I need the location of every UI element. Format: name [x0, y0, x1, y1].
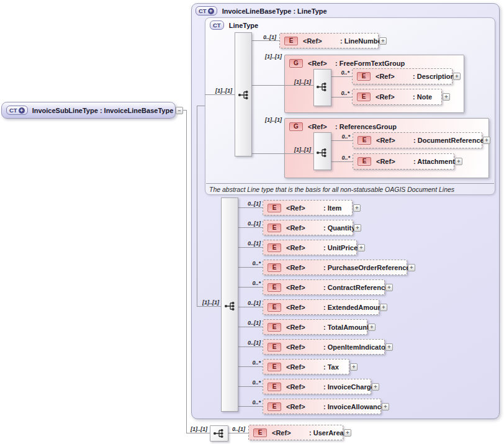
- element-badge: E: [268, 283, 281, 292]
- connector-line: [197, 106, 205, 106]
- expand-toggle[interactable]: +: [344, 429, 351, 437]
- element-name: : DocumentReference: [413, 137, 484, 144]
- connector-line: [331, 97, 352, 97]
- connector-line: [238, 386, 263, 387]
- element-box-documentreference[interactable]: E <Ref> : DocumentReference +: [353, 132, 482, 148]
- element-name: : LineNumber: [340, 37, 384, 45]
- element-name: : Quantity: [323, 224, 355, 232]
- expand-toggle[interactable]: +: [380, 304, 387, 311]
- complex-type-badge: CT+: [196, 6, 217, 16]
- element-box-description[interactable]: E <Ref> : Description +: [352, 68, 452, 84]
- element-box-note[interactable]: E <Ref> : Note +: [352, 89, 442, 105]
- expand-toggle[interactable]: +: [358, 244, 365, 251]
- element-ref: <Ref>: [286, 224, 323, 232]
- connector-line: [331, 161, 353, 162]
- element-badge: E: [268, 204, 281, 212]
- badge-label: CT: [213, 22, 221, 29]
- element-name: : UnitPrice: [323, 244, 358, 251]
- cardinality-label: [1]..[1]: [204, 88, 232, 94]
- element-box-quantity[interactable]: E <Ref> : Quantity +: [263, 220, 353, 235]
- element-box-totalamount[interactable]: E <Ref> : TotalAmount +: [263, 319, 367, 335]
- element-ref: <Ref>: [286, 403, 323, 410]
- connector-line: [331, 140, 353, 141]
- expand-toggle[interactable]: +: [408, 264, 415, 271]
- expand-toggle[interactable]: +: [379, 37, 387, 45]
- element-ref: <Ref>: [286, 284, 323, 291]
- element-name: : OpenItemIndicator: [323, 343, 388, 351]
- expand-toggle[interactable]: +: [350, 363, 358, 371]
- element-badge: E: [358, 157, 371, 166]
- element-box-extendedamount[interactable]: E <Ref> : ExtendedAmount +: [263, 299, 379, 315]
- element-name: : ContractReference: [323, 284, 389, 291]
- expand-toggle[interactable]: +: [382, 403, 389, 410]
- sequence-icon: [315, 147, 329, 159]
- element-box-linenumber[interactable]: E <Ref> : LineNumber +: [279, 33, 379, 48]
- connector-line: [238, 287, 263, 288]
- cardinality-label: [1]..[1]: [283, 147, 311, 153]
- element-box-contractreference[interactable]: E <Ref> : ContractReference +: [263, 279, 385, 295]
- element-ref: <Ref>: [286, 383, 323, 391]
- cardinality-label: [1]..[1]: [283, 79, 311, 85]
- group-badge: G: [289, 122, 303, 131]
- element-box-item[interactable]: E <Ref> : Item +: [263, 200, 353, 215]
- element-box-invoiceallowance[interactable]: E <Ref> : InvoiceAllowance +: [263, 399, 381, 414]
- element-name: : Note: [413, 93, 432, 101]
- element-box-invoicecharge[interactable]: E <Ref> : InvoiceCharge +: [263, 379, 371, 394]
- connector-line: [238, 406, 263, 407]
- expand-toggle[interactable]: +: [372, 383, 379, 391]
- connector-line: [197, 106, 197, 306]
- base-type-title: InvoiceLineBaseType : LineType: [222, 7, 327, 15]
- badge-label: CT: [199, 7, 207, 14]
- plus-badge-icon: +: [208, 8, 214, 14]
- cardinality-label: [1]..[1]: [191, 299, 219, 306]
- element-ref: <Ref>: [286, 244, 323, 251]
- element-box-openitemindicator[interactable]: E <Ref> : OpenItemIndicator +: [263, 339, 385, 355]
- element-badge: E: [284, 37, 298, 45]
- connector-line: [197, 306, 221, 307]
- expand-toggle[interactable]: +: [483, 137, 490, 144]
- expand-toggle[interactable]: +: [455, 158, 462, 165]
- element-name: : UserArea: [309, 429, 344, 437]
- connector-line: [238, 227, 263, 228]
- expand-toggle[interactable]: +: [385, 284, 393, 291]
- sequence-icon: [212, 427, 226, 440]
- element-ref: <Ref>: [286, 324, 323, 331]
- element-badge: E: [253, 428, 267, 437]
- element-box-unitprice[interactable]: E <Ref> : UnitPrice +: [263, 240, 357, 255]
- group-name: : ReferencesGroup: [335, 123, 397, 130]
- expand-toggle[interactable]: +: [443, 93, 450, 101]
- connector-line: [238, 267, 263, 268]
- connector-line: [238, 247, 263, 248]
- element-name: : TotalAmount: [323, 324, 369, 331]
- element-box-purchaseorderreference[interactable]: E <Ref> : PurchaseOrderReference +: [263, 260, 407, 275]
- root-type-box[interactable]: CT+ InvoiceSubLineType : InvoiceLineBase…: [1, 102, 176, 119]
- collapse-toggle[interactable]: −: [176, 107, 183, 114]
- element-badge: E: [268, 303, 281, 312]
- element-name: : Tax: [323, 363, 339, 371]
- connector-line: [252, 85, 313, 86]
- connector-line: [238, 347, 263, 347]
- element-ref: <Ref>: [286, 204, 323, 212]
- expand-toggle[interactable]: +: [453, 73, 461, 80]
- element-box-userarea[interactable]: E <Ref> : UserArea +: [248, 425, 343, 440]
- element-ref: <Ref>: [286, 264, 323, 271]
- element-badge: E: [358, 136, 371, 145]
- expand-toggle[interactable]: +: [368, 324, 376, 331]
- element-name: : InvoiceCharge: [323, 383, 375, 391]
- element-ref: <Ref>: [286, 304, 323, 311]
- sequence-icon: [237, 89, 251, 101]
- connector-line: [238, 366, 263, 367]
- cardinality-label: [1]..[1]: [254, 53, 282, 60]
- element-box-attachment[interactable]: E <Ref> : Attachment +: [353, 153, 454, 170]
- sequence-icon: [315, 81, 329, 93]
- expand-toggle[interactable]: +: [353, 204, 361, 212]
- element-box-tax[interactable]: E <Ref> : Tax +: [263, 359, 349, 374]
- element-ref: <Ref>: [376, 73, 413, 80]
- expand-toggle[interactable]: +: [354, 224, 361, 232]
- connector-line: [238, 307, 263, 307]
- element-badge: E: [268, 323, 281, 332]
- element-ref: <Ref>: [376, 158, 413, 165]
- element-name: : Attachment: [413, 158, 455, 165]
- element-ref: <Ref>: [272, 429, 309, 437]
- expand-toggle[interactable]: +: [385, 343, 393, 351]
